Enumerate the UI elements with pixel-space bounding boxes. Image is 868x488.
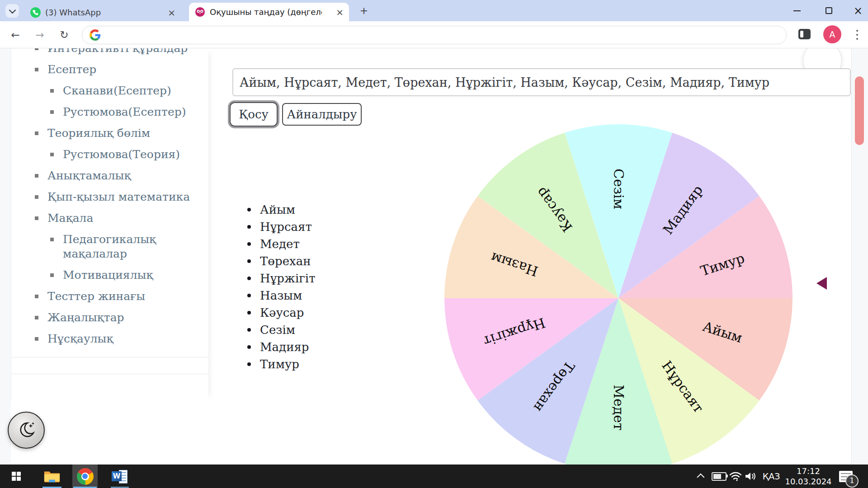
list-item: Тимур bbox=[246, 356, 316, 373]
wifi-indicator[interactable] bbox=[728, 465, 743, 488]
owl-favicon bbox=[195, 7, 205, 17]
square-bullet-icon bbox=[35, 316, 38, 319]
square-bullet-icon bbox=[35, 131, 38, 135]
sidebar-item[interactable]: Сканави(Есептер) bbox=[50, 84, 208, 98]
chrome-icon bbox=[77, 468, 94, 485]
tab-title: Оқушыны таңдау (дөңгелек) о bbox=[210, 7, 322, 17]
browser-menu-button[interactable] bbox=[856, 29, 859, 41]
list-item: Медет bbox=[246, 235, 316, 253]
scrollbar-track[interactable] bbox=[851, 48, 868, 465]
close-icon[interactable]: × bbox=[168, 8, 175, 17]
sidebar-item-label: Интерактивті құралдар bbox=[47, 48, 188, 55]
window-minimize-button[interactable] bbox=[787, 0, 807, 21]
address-bar[interactable] bbox=[82, 26, 787, 44]
reload-button[interactable]: ↻ bbox=[57, 28, 71, 42]
battery-indicator[interactable] bbox=[710, 465, 728, 488]
sidebar-item[interactable]: Теориялық бөлім bbox=[35, 126, 197, 141]
square-bullet-icon bbox=[35, 216, 38, 220]
name-label: Назым bbox=[260, 289, 302, 302]
square-bullet-icon bbox=[35, 174, 38, 178]
names-input[interactable] bbox=[232, 68, 851, 96]
sidebar-nav: Интерактивті құралдарЕсептерСканави(Есеп… bbox=[11, 48, 208, 401]
forward-button[interactable]: → bbox=[33, 28, 47, 42]
start-button[interactable] bbox=[6, 465, 26, 488]
dot-bullet-icon bbox=[247, 294, 251, 297]
sidebar-list: Интерактивті құралдарЕсептерСканави(Есеп… bbox=[11, 48, 208, 346]
sidebar-item[interactable]: Жаңалықтар bbox=[35, 310, 197, 325]
sidebar-item-label: Нұсқаулық bbox=[47, 332, 113, 345]
sidebar-item[interactable]: Нұсқаулық bbox=[35, 332, 197, 346]
dot-bullet-icon bbox=[247, 311, 251, 314]
square-bullet-icon bbox=[50, 273, 54, 277]
list-item: Нұрсаят bbox=[246, 218, 316, 235]
page-content: Интерактивті құралдарЕсептерСканави(Есеп… bbox=[0, 48, 868, 465]
dot-bullet-icon bbox=[247, 345, 251, 349]
dot-bullet-icon bbox=[247, 277, 251, 280]
sidebar-item[interactable]: Рустюмова(Есептер) bbox=[50, 105, 208, 119]
sidebar-item[interactable]: Есептер bbox=[35, 62, 197, 77]
language-indicator[interactable]: ҚАЗ bbox=[760, 465, 782, 488]
square-bullet-icon bbox=[50, 153, 54, 156]
browser-toolbar: ← → ↻ A bbox=[0, 21, 868, 48]
notification-center-button[interactable]: 1 bbox=[835, 465, 856, 488]
square-bullet-icon bbox=[50, 238, 54, 241]
tab-whatsapp[interactable]: (3) WhatsApp × bbox=[24, 4, 181, 21]
restore-icon bbox=[826, 7, 832, 14]
square-bullet-icon bbox=[35, 337, 38, 341]
name-label: Айым bbox=[260, 203, 295, 216]
divider bbox=[11, 374, 208, 374]
moon-icon bbox=[17, 420, 37, 440]
tab-wheel[interactable]: Оқушыны таңдау (дөңгелек) о × bbox=[189, 3, 349, 21]
window-restore-button[interactable] bbox=[818, 0, 839, 21]
back-button[interactable]: ← bbox=[8, 28, 23, 42]
new-tab-button[interactable]: + bbox=[357, 4, 371, 18]
dark-mode-toggle[interactable] bbox=[8, 412, 45, 449]
sidebar-item[interactable]: Анықтамалық bbox=[35, 169, 197, 183]
sidebar-item[interactable]: Рустюмова(Теория) bbox=[50, 147, 208, 162]
scrollbar-thumb[interactable] bbox=[855, 76, 864, 145]
list-item: Мадияр bbox=[246, 338, 316, 356]
dot-bullet-icon bbox=[247, 328, 251, 332]
chevron-down-icon bbox=[9, 7, 16, 14]
side-panel-icon[interactable] bbox=[798, 29, 811, 39]
list-item: Төрехан bbox=[246, 253, 316, 270]
chrome-button[interactable] bbox=[72, 465, 98, 488]
divider bbox=[11, 357, 208, 357]
clock[interactable]: 17:12 10.03.2024 bbox=[785, 465, 832, 488]
profile-avatar[interactable]: A bbox=[823, 25, 841, 43]
minimize-icon bbox=[793, 10, 801, 11]
square-bullet-icon bbox=[35, 195, 38, 199]
close-icon: × bbox=[854, 5, 863, 17]
speaker-icon bbox=[745, 471, 757, 481]
name-label: Сезім bbox=[260, 323, 295, 337]
google-logo-icon bbox=[90, 29, 101, 41]
sidebar-item[interactable]: Тесттер жинағы bbox=[35, 289, 197, 304]
add-button[interactable]: Қосу bbox=[230, 102, 278, 127]
time-label: 17:12 bbox=[797, 466, 820, 476]
sparkle-icon bbox=[32, 422, 34, 425]
volume-indicator[interactable] bbox=[743, 465, 759, 488]
tab-search-button[interactable] bbox=[5, 4, 19, 18]
word-icon: W bbox=[112, 469, 128, 484]
file-explorer-button[interactable] bbox=[40, 465, 64, 488]
square-bullet-icon bbox=[35, 48, 38, 50]
spin-button[interactable]: Айналдыру bbox=[282, 103, 362, 126]
close-icon[interactable]: × bbox=[336, 8, 344, 17]
name-label: Нұржігіт bbox=[260, 272, 316, 285]
dot-bullet-icon bbox=[247, 242, 251, 246]
name-label: Төрехан bbox=[260, 254, 311, 268]
sidebar-item-label: Сканави(Есептер) bbox=[63, 84, 171, 97]
word-button[interactable]: W bbox=[108, 465, 132, 488]
wheel-svg[interactable]: СезімМадиярТимурАйымНұрсаятМедетТөреханН… bbox=[440, 120, 797, 465]
sidebar-item-label: Педагогикалық мақалалар bbox=[63, 233, 156, 260]
sidebar-item[interactable]: Интерактивті құралдар bbox=[35, 48, 197, 56]
sidebar-item[interactable]: Мақала bbox=[35, 211, 197, 225]
list-item: Нұржігіт bbox=[246, 270, 316, 287]
sidebar-item[interactable]: Педагогикалық мақалалар bbox=[50, 232, 208, 261]
tray-expand-button[interactable] bbox=[694, 465, 709, 488]
sidebar-item[interactable]: Мотивациялық bbox=[50, 268, 208, 282]
window-close-button[interactable]: × bbox=[847, 0, 868, 21]
notification-badge: 1 bbox=[845, 474, 859, 488]
browser-window: (3) WhatsApp × Оқушыны таңдау (дөңгелек)… bbox=[0, 0, 868, 488]
sidebar-item[interactable]: Қып-қызыл математика bbox=[35, 190, 197, 204]
